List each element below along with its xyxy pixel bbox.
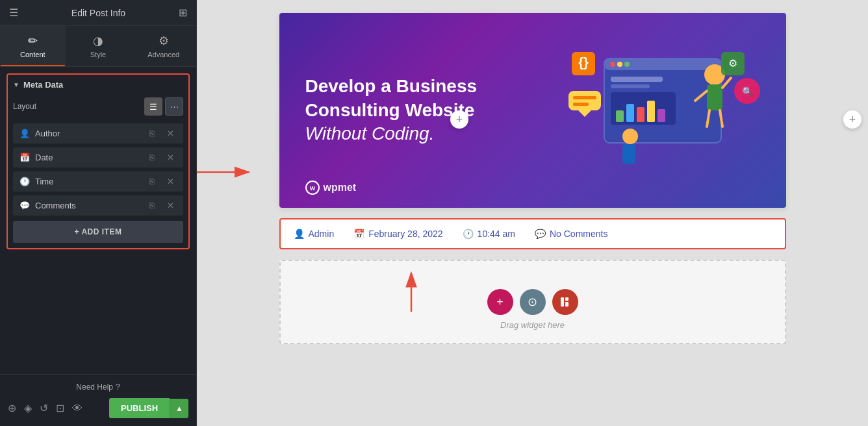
author-meta-icon: 👤 (294, 229, 305, 239)
svg-rect-10 (637, 107, 645, 122)
svg-rect-25 (568, 91, 601, 110)
svg-rect-8 (616, 110, 624, 122)
meta-bar-time: 🕐 10:44 am (463, 229, 515, 239)
svg-point-3 (617, 62, 622, 67)
floating-buttons: + ⊙ (487, 289, 578, 315)
grid-layout-btn[interactable]: ⋯ (165, 97, 183, 116)
remove-author-btn[interactable]: ✕ (164, 129, 177, 138)
tab-content-label: Content (20, 51, 45, 58)
meta-data-header[interactable]: ▼ Meta Data (13, 80, 183, 90)
need-help-link[interactable]: Need Help ? (76, 382, 120, 392)
meta-item-comments[interactable]: 💬 Comments ⎘ ✕ (13, 195, 183, 216)
user-icon: 👤 (19, 129, 30, 138)
meta-bar-comments: 💬 No Comments (535, 229, 607, 239)
date-actions: ⎘ ✕ (146, 153, 177, 162)
drag-text: Drag widget here (500, 320, 565, 330)
hero-content: Develop a Business Consulting Website Wi… (279, 19, 786, 201)
list-layout-btn[interactable]: ☰ (144, 97, 162, 116)
add-section-right-btn[interactable]: + (843, 110, 862, 129)
publish-btn-group: PUBLISH ▲ (109, 398, 188, 418)
meta-data-section: ▼ Meta Data Layout ☰ ⋯ 👤 Author ⎘ ✕ (6, 73, 190, 249)
bottom-drag-section: + ⊙ Drag widget here (279, 260, 786, 344)
meta-author-value: Admin (309, 229, 335, 239)
add-section-left-btn[interactable]: + (450, 110, 468, 129)
date-meta-icon: 📅 (353, 229, 364, 239)
duplicate-date-btn[interactable]: ⎘ (146, 153, 159, 162)
meta-item-time[interactable]: 🕐 Time ⎘ ✕ (13, 171, 183, 192)
meta-bar-date: 📅 February 28, 2022 (353, 229, 442, 239)
widget-btn[interactable]: ⊙ (520, 289, 546, 315)
layout-row: Layout ☰ ⋯ (13, 97, 183, 116)
remove-time-btn[interactable]: ✕ (164, 177, 177, 186)
time-actions: ⎘ ✕ (146, 177, 177, 186)
main-content: + + Develop a Business Consulting Websit… (197, 0, 868, 426)
responsive-icon[interactable]: ⊡ (56, 402, 64, 414)
panel-footer: Need Help ? ⊕ ◈ ↺ ⊡ 👁 PUBLISH ▲ (0, 374, 196, 426)
hamburger-icon[interactable]: ☰ (9, 6, 18, 19)
meta-comments-label: Comments (35, 201, 146, 210)
publish-dropdown-button[interactable]: ▲ (170, 399, 188, 418)
svg-rect-5 (611, 77, 663, 82)
duplicate-time-btn[interactable]: ⎘ (146, 177, 159, 186)
eye-icon[interactable]: 👁 (72, 403, 83, 414)
svg-rect-33 (561, 297, 564, 307)
tab-content[interactable]: ✏ Content (0, 26, 66, 66)
svg-text:{}: {} (578, 55, 589, 69)
svg-rect-20 (622, 144, 635, 164)
need-help-label: Need Help (76, 382, 113, 392)
history-icon[interactable]: ↺ (40, 402, 48, 414)
add-item-button[interactable]: + ADD ITEM (13, 221, 183, 243)
blog-card: Develop a Business Consulting Website Wi… (279, 13, 786, 208)
elementor-btn[interactable] (552, 289, 578, 315)
svg-rect-27 (573, 96, 596, 99)
chevron-down-icon: ▼ (13, 81, 19, 88)
pencil-icon: ✏ (28, 34, 38, 48)
canvas-area: + + Develop a Business Consulting Websit… (197, 0, 868, 426)
meta-item-date[interactable]: 📅 Date ⎘ ✕ (13, 147, 183, 168)
svg-text:W: W (309, 185, 315, 192)
meta-author-label: Author (35, 129, 146, 138)
author-actions: ⎘ ✕ (146, 129, 177, 138)
meta-bar-author: 👤 Admin (294, 229, 335, 239)
apps-grid-icon[interactable]: ⊞ (179, 6, 187, 19)
layout-label: Layout (13, 102, 36, 111)
remove-date-btn[interactable]: ✕ (164, 153, 177, 162)
publish-button[interactable]: PUBLISH (109, 398, 170, 418)
stack-icon[interactable]: ◈ (24, 402, 32, 414)
circle-half-icon: ◑ (93, 34, 103, 48)
duplicate-author-btn[interactable]: ⎘ (146, 129, 159, 138)
meta-date-label: Date (35, 153, 146, 162)
svg-rect-34 (565, 297, 568, 301)
tab-advanced-label: Advanced (147, 51, 179, 58)
duplicate-comments-btn[interactable]: ⎘ (146, 201, 159, 210)
svg-point-4 (624, 62, 630, 67)
svg-rect-35 (565, 302, 568, 307)
svg-rect-6 (611, 84, 650, 88)
add-widget-btn[interactable]: + (487, 289, 513, 315)
tabs-row: ✏ Content ◑ Style ⚙ Advanced (0, 26, 196, 67)
svg-text:🔍: 🔍 (741, 86, 753, 97)
panel-title: Edit Post Info (71, 8, 125, 18)
time-meta-icon: 🕐 (463, 229, 474, 239)
remove-comments-btn[interactable]: ✕ (164, 201, 177, 210)
footer-icons-group: ⊕ ◈ ↺ ⊡ 👁 (8, 402, 83, 414)
svg-rect-28 (573, 103, 589, 106)
panel-header: ☰ Edit Post Info ⊞ (0, 0, 196, 26)
meta-item-author[interactable]: 👤 Author ⎘ ✕ (13, 123, 183, 144)
meta-time-value: 10:44 am (478, 229, 515, 239)
layers-icon[interactable]: ⊕ (8, 402, 16, 414)
clock-icon: 🕐 (19, 177, 30, 186)
tab-advanced[interactable]: ⚙ Advanced (131, 26, 196, 66)
wpmet-logo: W wpmet (305, 181, 357, 195)
meta-date-value: February 28, 2022 (368, 229, 442, 239)
svg-rect-11 (647, 101, 655, 122)
comment-icon: 💬 (19, 201, 30, 210)
tab-style[interactable]: ◑ Style (66, 26, 131, 66)
hero-heading: Develop a Business Consulting Website Wi… (305, 75, 565, 145)
gear-icon: ⚙ (159, 34, 169, 48)
help-circle-icon: ? (116, 382, 120, 392)
meta-comments-value: No Comments (550, 229, 607, 239)
panel-content: ▼ Meta Data Layout ☰ ⋯ 👤 Author ⎘ ✕ (0, 67, 196, 374)
hero-illustration: {} ⚙ 🔍 (565, 39, 760, 182)
comments-meta-icon: 💬 (535, 229, 546, 239)
